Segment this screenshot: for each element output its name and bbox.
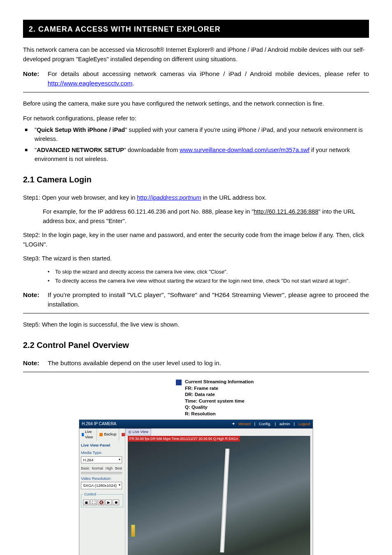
bullet-quick-setup: "Quick Setup With iPhone / iPad" supplie… xyxy=(23,126,369,144)
step5-body: When the login is successful, the live v… xyxy=(42,321,179,328)
heading-2-2: 2.2 Control Panel Overview xyxy=(23,339,369,351)
bullet-advanced-setup: "ADVANCED NETWORK SETUP" downloadable fr… xyxy=(23,146,369,164)
callout-line: Q: Quality xyxy=(185,404,254,411)
step2-body: In the login page, key in the user name … xyxy=(23,232,364,247)
titlebar: H.264 IP CAMERA ✦ Wizard | Config. | adm… xyxy=(79,420,313,428)
note-label: Note: xyxy=(23,69,48,88)
sub-item: To skip the wizard and directly access t… xyxy=(48,268,369,276)
tab-icon xyxy=(82,433,84,436)
step1: Step1: Open your web browser, and key in… xyxy=(23,193,369,202)
record-button[interactable]: ⏺ xyxy=(113,500,119,505)
screenshot-figure: Current Streaming Information FR: Frame … xyxy=(79,379,313,555)
resolution-label: Video Resolution: xyxy=(81,476,123,481)
control-legend: Control xyxy=(83,492,97,497)
quality-labels: Basic Normal High Best xyxy=(81,466,122,471)
note-label: Note: xyxy=(23,290,48,309)
logout-link[interactable]: Logout xyxy=(298,421,310,426)
section-heading: 2. CAMERA ACCESS WITH INTERNET EXPLORER xyxy=(23,20,369,38)
note-body: The buttons available depend on the user… xyxy=(48,359,369,368)
note-1: Note: For details about accessing networ… xyxy=(23,69,369,92)
q-best: Best xyxy=(115,466,122,471)
callout: Current Streaming Information FR: Frame … xyxy=(79,379,313,417)
callout-line: R: Resolution xyxy=(185,411,254,417)
step1-post: in the URL address box. xyxy=(201,194,267,201)
bullet-head: ADVANCED NETWORK SETUP xyxy=(37,147,124,153)
osd-overlay: FR:30.00 fps DR:566 kbps Time:2011/12/27… xyxy=(128,436,240,442)
live-view-tab-label: Live View xyxy=(133,430,148,434)
camera-app-window: H.264 IP CAMERA ✦ Wizard | Config. | adm… xyxy=(79,419,313,555)
step-label: Step5: xyxy=(23,321,42,328)
main-pane: ◎ Live View FR:30.00 fps DR:566 kbps Tim… xyxy=(125,428,313,555)
surveillance-link[interactable]: www.surveillance-download.com/user/m357a… xyxy=(180,147,309,153)
note-pre: For details about accessing network came… xyxy=(48,70,369,77)
step3-body: The wizard is then started. xyxy=(42,255,112,262)
sub-pre: For example, for the IP address 60.121.4… xyxy=(43,208,254,215)
eagleeyes-link[interactable]: http://www.eagleeyescctv.com xyxy=(48,80,132,87)
snapshot-button[interactable]: ▣ xyxy=(83,500,90,505)
callout-title: Current Streaming Information xyxy=(185,379,254,385)
callout-line: Time: Current system time xyxy=(185,398,254,405)
step1-pre: Open your web browser, and key in xyxy=(42,194,137,201)
control-fieldset: Control ▣ ⛶ 🔇 ▶ ⏺ xyxy=(81,492,123,507)
step1-sub: For example, for the IP address 60.121.4… xyxy=(43,207,369,226)
fullscreen-button[interactable]: ⛶ xyxy=(90,500,97,505)
video-area: FR:30.00 fps DR:566 kbps Time:2011/12/27… xyxy=(128,436,310,555)
resolution-select[interactable]: SXGA (1280x1024) xyxy=(81,482,122,489)
live-view-tab[interactable]: ◎ Live View xyxy=(125,428,151,435)
ipaddress-link[interactable]: http://ipaddress:portnum xyxy=(137,194,201,201)
sub-item: To directly access the camera live view … xyxy=(48,277,369,285)
sub-underline: http://60.121.46.236:888 xyxy=(254,208,318,215)
intro-paragraph: This network camera can be accessed via … xyxy=(23,45,369,64)
tab-icon xyxy=(99,433,103,436)
media-type-select[interactable]: H.264 xyxy=(81,456,122,464)
tab-icon xyxy=(122,433,125,436)
tab-label: Backup xyxy=(104,432,116,437)
tab-backup[interactable]: Backup xyxy=(97,428,119,441)
play-button[interactable]: ▶ xyxy=(105,500,112,505)
note-label: Note: xyxy=(23,359,48,368)
step-label: Step2: xyxy=(23,232,42,238)
q-basic: Basic xyxy=(81,466,90,471)
wizard-label: Wizard xyxy=(238,421,251,426)
tab-live-view[interactable]: Live View xyxy=(79,428,97,441)
note-3: Note: The buttons available depend on th… xyxy=(23,359,369,372)
media-type-label: Media Type: xyxy=(81,450,123,456)
panel-title: Live View Panel xyxy=(81,442,123,448)
scene-box xyxy=(131,525,135,537)
callout-text: Current Streaming Information FR: Frame … xyxy=(185,379,254,417)
sidebar: Live View Backup DPTZ Live View Panel Me… xyxy=(79,428,125,555)
step2: Step2: In the login page, key in the use… xyxy=(23,230,369,249)
bullet-mid: " downloadable from xyxy=(124,147,180,153)
step3-sublist: To skip the wizard and directly access t… xyxy=(48,268,369,285)
scene-pole xyxy=(220,449,229,553)
app-title: H.264 IP CAMERA xyxy=(82,421,116,427)
heading-2-1: 2.1 Camera Login xyxy=(23,174,369,186)
q-normal: Normal xyxy=(92,466,103,471)
config-link[interactable]: Config. xyxy=(259,421,271,426)
app-body: Live View Backup DPTZ Live View Panel Me… xyxy=(79,428,313,555)
link-pre: http:// xyxy=(137,194,152,201)
admin-label: admin xyxy=(279,421,290,426)
callout-line: FR: Frame rate xyxy=(185,385,254,392)
note-body: If you're prompted to install "VLC playe… xyxy=(48,290,369,309)
bullet-head: Quick Setup With iPhone / iPad xyxy=(37,127,125,133)
callout-line: DR: Data rate xyxy=(185,391,254,398)
tab-label: Live View xyxy=(85,429,95,440)
titlebar-actions: ✦ Wizard | Config. | admin | Logout xyxy=(229,421,310,427)
before-paragraph: Before using the camera, make sure you h… xyxy=(23,99,369,108)
note-2: Note: If you're prompted to install "VLC… xyxy=(23,290,369,313)
wizard-link[interactable]: ✦ Wizard xyxy=(232,421,251,426)
step-label: Step1: xyxy=(23,194,42,201)
step3: Step3: The wizard is then started. xyxy=(23,254,369,263)
note-post: . xyxy=(132,80,134,87)
step5: Step5: When the login is successful, the… xyxy=(23,320,369,329)
step-label: Step3: xyxy=(23,255,42,262)
config-lead: For network configurations, please refer… xyxy=(23,114,369,123)
note-body: For details about accessing network came… xyxy=(48,69,369,88)
q-high: High xyxy=(106,466,113,471)
audio-button[interactable]: 🔇 xyxy=(98,500,104,505)
link-italic: ipaddress:portnum xyxy=(152,194,201,201)
quality-slider[interactable] xyxy=(81,472,122,474)
config-bullets: "Quick Setup With iPhone / iPad" supplie… xyxy=(23,126,369,164)
callout-bullet-icon xyxy=(176,380,182,385)
